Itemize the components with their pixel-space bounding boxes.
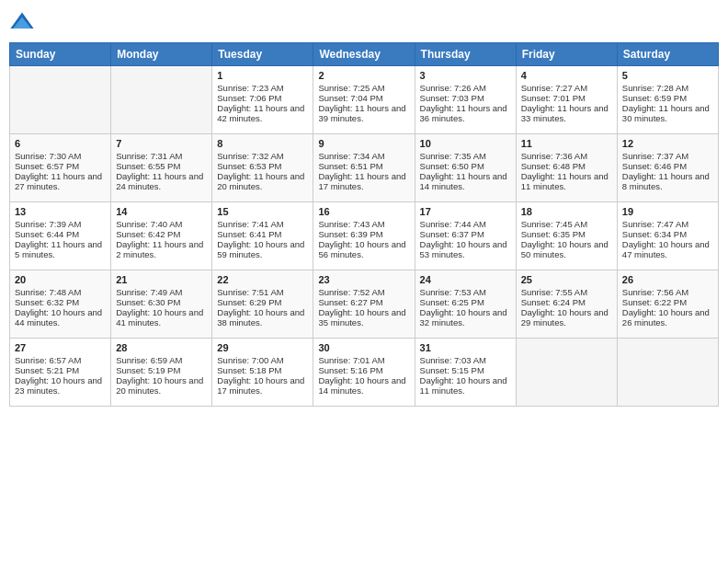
day-number: 23 [318, 274, 409, 285]
day-number: 18 [521, 206, 612, 217]
calendar-cell: 10Sunrise: 7:35 AMSunset: 6:50 PMDayligh… [415, 134, 516, 202]
daylight-text: Daylight: 11 hours and 20 minutes. [217, 171, 308, 191]
week-row-2: 6Sunrise: 7:30 AMSunset: 6:57 PMDaylight… [10, 134, 719, 202]
calendar-cell: 19Sunrise: 7:47 AMSunset: 6:34 PMDayligh… [617, 202, 718, 270]
daylight-text: Daylight: 10 hours and 29 minutes. [521, 307, 612, 327]
sunrise-text: Sunrise: 7:40 AM [116, 219, 207, 229]
day-header-wednesday: Wednesday [313, 43, 415, 66]
calendar-cell: 4Sunrise: 7:27 AMSunset: 7:01 PMDaylight… [516, 66, 617, 134]
daylight-text: Daylight: 10 hours and 23 minutes. [15, 375, 106, 396]
calendar-cell: 2Sunrise: 7:25 AMSunset: 7:04 PMDaylight… [313, 66, 415, 134]
sunrise-text: Sunrise: 7:39 AM [15, 219, 106, 229]
day-number: 22 [217, 274, 308, 285]
sunrise-text: Sunrise: 7:03 AM [420, 355, 511, 365]
sunset-text: Sunset: 6:35 PM [521, 229, 612, 239]
day-number: 19 [622, 206, 713, 217]
day-number: 10 [420, 138, 511, 149]
calendar-cell: 13Sunrise: 7:39 AMSunset: 6:44 PMDayligh… [10, 202, 111, 270]
calendar-cell: 22Sunrise: 7:51 AMSunset: 6:29 PMDayligh… [212, 270, 313, 339]
calendar-cell: 31Sunrise: 7:03 AMSunset: 5:15 PMDayligh… [415, 339, 516, 407]
sunset-text: Sunset: 6:25 PM [420, 297, 511, 307]
daylight-text: Daylight: 10 hours and 47 minutes. [622, 239, 713, 259]
sunset-text: Sunset: 5:15 PM [420, 365, 511, 375]
day-header-saturday: Saturday [617, 43, 718, 66]
sunrise-text: Sunrise: 7:36 AM [521, 151, 612, 161]
calendar-cell: 17Sunrise: 7:44 AMSunset: 6:37 PMDayligh… [415, 202, 516, 270]
daylight-text: Daylight: 10 hours and 56 minutes. [318, 239, 409, 259]
calendar-table: SundayMondayTuesdayWednesdayThursdayFrid… [9, 42, 719, 407]
day-number: 20 [15, 274, 106, 285]
calendar-cell: 16Sunrise: 7:43 AMSunset: 6:39 PMDayligh… [313, 202, 415, 270]
day-number: 8 [217, 138, 308, 149]
day-number: 27 [15, 342, 106, 353]
daylight-text: Daylight: 10 hours and 50 minutes. [521, 239, 612, 259]
calendar-cell: 23Sunrise: 7:52 AMSunset: 6:27 PMDayligh… [313, 270, 415, 339]
calendar-cell: 3Sunrise: 7:26 AMSunset: 7:03 PMDaylight… [415, 66, 516, 134]
logo-icon [9, 9, 35, 35]
sunset-text: Sunset: 6:34 PM [622, 229, 713, 239]
calendar-cell: 5Sunrise: 7:28 AMSunset: 6:59 PMDaylight… [617, 66, 718, 134]
sunset-text: Sunset: 7:06 PM [217, 93, 308, 103]
sunrise-text: Sunrise: 7:43 AM [318, 219, 409, 229]
day-number: 4 [521, 70, 612, 81]
day-number: 9 [318, 138, 409, 149]
calendar-cell: 15Sunrise: 7:41 AMSunset: 6:41 PMDayligh… [212, 202, 313, 270]
calendar-cell: 27Sunrise: 6:57 AMSunset: 5:21 PMDayligh… [10, 339, 111, 407]
calendar-cell: 21Sunrise: 7:49 AMSunset: 6:30 PMDayligh… [111, 270, 212, 339]
day-number: 7 [116, 138, 207, 149]
day-number: 13 [15, 206, 106, 217]
sunrise-text: Sunrise: 7:45 AM [521, 219, 612, 229]
sunset-text: Sunset: 6:42 PM [116, 229, 207, 239]
daylight-text: Daylight: 11 hours and 42 minutes. [217, 103, 308, 123]
sunrise-text: Sunrise: 7:00 AM [217, 355, 308, 365]
sunset-text: Sunset: 6:27 PM [318, 297, 409, 307]
day-number: 3 [420, 70, 511, 81]
calendar-cell: 18Sunrise: 7:45 AMSunset: 6:35 PMDayligh… [516, 202, 617, 270]
sunset-text: Sunset: 6:59 PM [622, 93, 713, 103]
sunrise-text: Sunrise: 7:44 AM [420, 219, 511, 229]
sunrise-text: Sunrise: 7:31 AM [116, 151, 207, 161]
calendar-cell: 25Sunrise: 7:55 AMSunset: 6:24 PMDayligh… [516, 270, 617, 339]
sunrise-text: Sunrise: 7:28 AM [622, 83, 713, 93]
week-row-4: 20Sunrise: 7:48 AMSunset: 6:32 PMDayligh… [10, 270, 719, 339]
day-number: 12 [622, 138, 713, 149]
daylight-text: Daylight: 10 hours and 44 minutes. [15, 307, 106, 327]
calendar-cell [10, 66, 111, 134]
sunset-text: Sunset: 5:21 PM [15, 365, 106, 375]
day-number: 1 [217, 70, 308, 81]
daylight-text: Daylight: 11 hours and 5 minutes. [15, 239, 106, 259]
sunrise-text: Sunrise: 7:49 AM [116, 287, 207, 297]
sunrise-text: Sunrise: 6:59 AM [116, 355, 207, 365]
daylight-text: Daylight: 10 hours and 14 minutes. [318, 375, 409, 396]
sunrise-text: Sunrise: 7:25 AM [318, 83, 409, 93]
sunset-text: Sunset: 7:03 PM [420, 93, 511, 103]
sunset-text: Sunset: 6:41 PM [217, 229, 308, 239]
sunset-text: Sunset: 7:04 PM [318, 93, 409, 103]
daylight-text: Daylight: 11 hours and 11 minutes. [521, 171, 612, 191]
daylight-text: Daylight: 11 hours and 8 minutes. [622, 171, 713, 191]
calendar-cell: 14Sunrise: 7:40 AMSunset: 6:42 PMDayligh… [111, 202, 212, 270]
calendar-cell: 1Sunrise: 7:23 AMSunset: 7:06 PMDaylight… [212, 66, 313, 134]
sunrise-text: Sunrise: 7:47 AM [622, 219, 713, 229]
day-number: 25 [521, 274, 612, 285]
day-number: 28 [116, 342, 207, 353]
day-number: 6 [15, 138, 106, 149]
day-number: 26 [622, 274, 713, 285]
daylight-text: Daylight: 11 hours and 30 minutes. [622, 103, 713, 123]
sunset-text: Sunset: 6:22 PM [622, 297, 713, 307]
day-number: 16 [318, 206, 409, 217]
sunset-text: Sunset: 6:51 PM [318, 161, 409, 171]
daylight-text: Daylight: 11 hours and 14 minutes. [420, 171, 511, 191]
sunrise-text: Sunrise: 6:57 AM [15, 355, 106, 365]
day-number: 30 [318, 342, 409, 353]
daylight-text: Daylight: 11 hours and 27 minutes. [15, 171, 106, 191]
sunset-text: Sunset: 6:39 PM [318, 229, 409, 239]
page-header [9, 9, 719, 35]
sunset-text: Sunset: 6:50 PM [420, 161, 511, 171]
daylight-text: Daylight: 10 hours and 26 minutes. [622, 307, 713, 327]
sunrise-text: Sunrise: 7:51 AM [217, 287, 308, 297]
week-row-5: 27Sunrise: 6:57 AMSunset: 5:21 PMDayligh… [10, 339, 719, 407]
day-number: 14 [116, 206, 207, 217]
day-header-friday: Friday [516, 43, 617, 66]
day-number: 5 [622, 70, 713, 81]
